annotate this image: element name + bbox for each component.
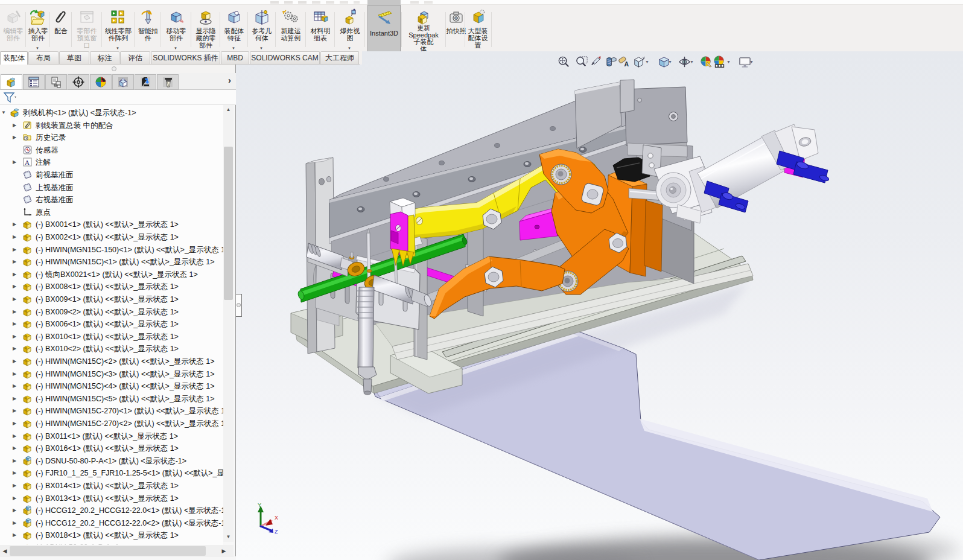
svg-text:A: A bbox=[625, 60, 629, 68]
svg-text:Y: Y bbox=[258, 502, 261, 508]
svg-text:A: A bbox=[25, 159, 30, 166]
svg-text:!: ! bbox=[420, 18, 422, 24]
svg-text:Z: Z bbox=[275, 529, 278, 535]
svg-text:X: X bbox=[275, 515, 278, 521]
